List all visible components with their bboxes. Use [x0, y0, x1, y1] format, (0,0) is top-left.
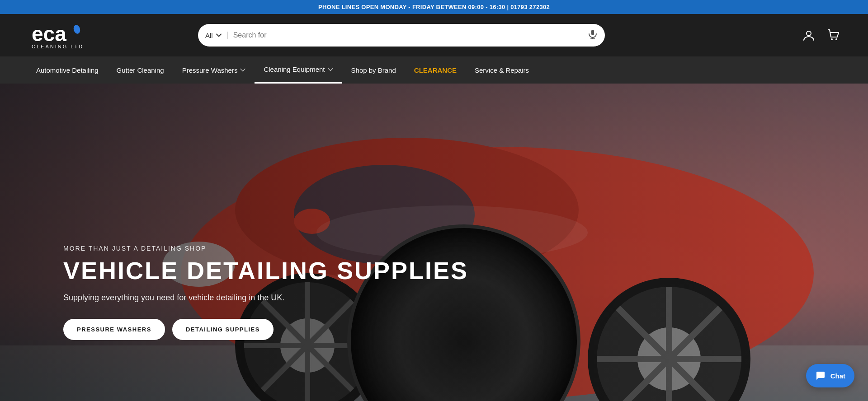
hero-description: Supplying everything you need for vehicl…	[63, 293, 468, 303]
microphone-icon[interactable]	[588, 29, 598, 41]
hero-content: MORE THAN JUST A DETAILING SHOP VEHICLE …	[63, 245, 468, 340]
site-header: eca CLEANING LTD All	[0, 14, 868, 56]
svg-point-8	[835, 38, 837, 40]
header-icons	[802, 28, 841, 42]
search-category-dropdown[interactable]: All	[205, 32, 228, 39]
announcement-bar: PHONE LINES OPEN MONDAY - FRIDAY BETWEEN…	[0, 0, 868, 14]
chat-label: Chat	[830, 372, 845, 380]
svg-text:CLEANING LTD: CLEANING LTD	[32, 44, 84, 49]
svg-point-1	[73, 24, 81, 35]
logo-svg: eca CLEANING LTD	[27, 19, 90, 51]
hero-subtitle: MORE THAN JUST A DETAILING SHOP	[63, 245, 468, 252]
svg-point-7	[831, 38, 833, 40]
svg-rect-3	[591, 30, 594, 35]
logo[interactable]: eca CLEANING LTD	[27, 19, 90, 51]
svg-text:eca: eca	[32, 22, 66, 46]
chat-button[interactable]: Chat	[806, 364, 854, 387]
chevron-down-icon	[328, 67, 333, 72]
announcement-text: PHONE LINES OPEN MONDAY - FRIDAY BETWEEN…	[318, 4, 550, 10]
account-icon[interactable]	[802, 28, 816, 42]
hero-buttons: PRESSURE WASHERS DETAILING SUPPLIES	[63, 319, 468, 340]
main-nav: Automotive Detailing Gutter Cleaning Pre…	[0, 56, 868, 84]
nav-item-pressure-washers[interactable]: Pressure Washers	[173, 56, 255, 84]
cart-icon[interactable]	[826, 28, 841, 42]
search-bar[interactable]: All	[198, 24, 605, 47]
search-input[interactable]	[228, 31, 588, 39]
search-category-label: All	[205, 32, 213, 39]
hero-title: VEHICLE DETAILING SUPPLIES	[63, 257, 468, 284]
nav-item-automotive-detailing[interactable]: Automotive Detailing	[27, 56, 108, 84]
hero-overlay	[0, 84, 868, 401]
nav-item-gutter-cleaning[interactable]: Gutter Cleaning	[108, 56, 173, 84]
nav-item-service-repairs[interactable]: Service & Repairs	[466, 56, 538, 84]
pressure-washers-button[interactable]: PRESSURE WASHERS	[63, 319, 165, 340]
detailing-supplies-button[interactable]: DETAILING SUPPLIES	[172, 319, 274, 340]
chevron-down-icon	[240, 67, 245, 73]
nav-item-shop-by-brand[interactable]: Shop by Brand	[342, 56, 405, 84]
nav-item-clearance[interactable]: CLEARANCE	[405, 56, 466, 84]
svg-point-6	[807, 31, 811, 36]
chevron-down-icon	[216, 32, 222, 38]
hero-section: MORE THAN JUST A DETAILING SHOP VEHICLE …	[0, 84, 868, 401]
chat-bubble-icon	[815, 370, 826, 381]
nav-item-cleaning-equipment[interactable]: Cleaning Equipment	[255, 56, 342, 84]
